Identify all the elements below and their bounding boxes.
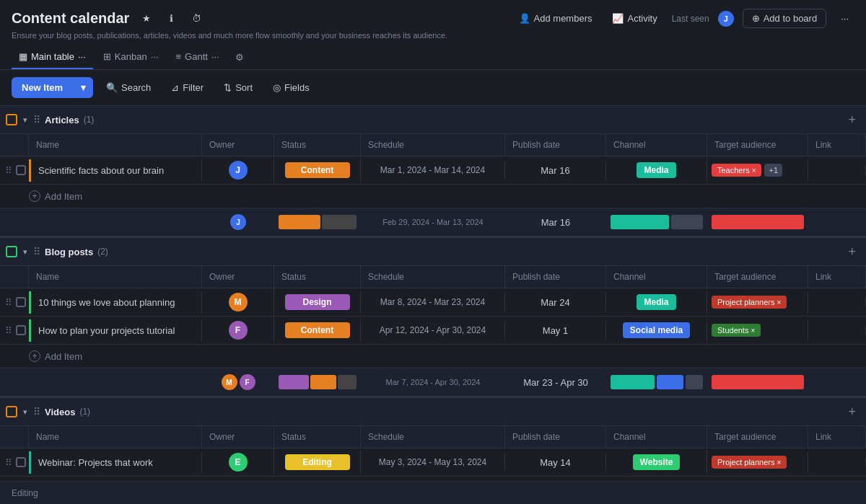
row-link[interactable] [808,458,866,467]
add-item-row[interactable]: + Add Item [0,185,866,208]
settings-button[interactable]: ⚙ [229,46,250,68]
add-item-row[interactable]: + Add Item [0,345,866,368]
row-channel[interactable]: Media [606,290,707,314]
group-add-button[interactable]: + [844,243,860,261]
new-item-button[interactable]: New Item ▾ [12,77,93,98]
add-item-label: Add Item [45,191,82,202]
col-publish: Publish date [505,266,606,288]
group-add-button[interactable]: + [844,111,860,129]
row-item-name[interactable]: Webinar: Projects that work [29,451,202,474]
row-status[interactable]: Design [274,290,361,314]
tab-more-icon[interactable]: ··· [151,51,159,62]
remove-tag-icon[interactable]: × [751,327,755,335]
status-badge: Content [285,322,350,338]
sort-button[interactable]: ⇅ Sort [216,78,260,97]
add-members-button[interactable]: 👤 Add members [513,10,598,27]
audience-tag[interactable]: Project planners × [712,456,787,469]
row-checkbox[interactable] [16,165,26,175]
tab-more-icon[interactable]: ··· [78,51,86,62]
row-status[interactable]: Content [274,318,361,342]
remove-tag-icon[interactable]: × [752,167,756,174]
status-badge: Content [285,162,350,178]
activity-button[interactable]: 📈 Activity [606,10,662,27]
tab-more-icon[interactable]: ··· [211,51,219,62]
group-checkbox[interactable] [6,246,17,257]
row-checkbox-area: ⠿ [0,161,29,180]
channel-badge: Media [637,294,675,310]
row-schedule: Mar 1, 2024 - Mar 14, 2024 [361,161,505,180]
table-icon: ▦ [19,51,27,62]
remove-tag-icon[interactable]: × [777,299,782,306]
row-channel[interactable]: Social media [606,318,707,342]
row-owner: F [202,317,274,344]
audience-tag[interactable]: Project planners × [712,296,787,309]
row-checkbox[interactable] [16,457,26,467]
row-checkbox-area: ⠿ [0,321,29,340]
header: Content calendar ★ ℹ ⏱ 👤 Add members 📈 A… [0,0,866,70]
row-drag-handle: ⠿ [4,165,14,176]
dropdown-arrow-icon[interactable]: ▾ [74,77,93,98]
star-button[interactable]: ★ [136,10,157,27]
group-expand-button[interactable]: ▾ [20,406,30,418]
col-status: Status [274,266,361,288]
summary-avatar: M [222,374,237,390]
tab-kanban[interactable]: ⊞ Kanban ··· [96,45,166,69]
row-item-name[interactable]: How to plan your projects tutorial [29,319,202,342]
summary-status [274,211,361,234]
row-link[interactable] [808,166,866,174]
add-members-icon: 👤 [519,13,530,24]
info-button[interactable]: ℹ [164,10,179,27]
group-expand-button[interactable]: ▾ [20,114,30,126]
summary-row-blog: M F Mar 7, 2024 - Apr 30, 2024 Mar 23 - … [0,368,866,397]
summary-audience [707,371,808,394]
group-checkbox[interactable] [6,406,17,417]
summary-row-articles: J Feb 29, 2024 - Mar 13, 2024 Mar 16 ··· [0,208,866,237]
col-channel: Channel [606,426,707,448]
group-count: (1) [79,407,90,417]
col-schedule: Schedule [361,266,505,288]
summary-channels [606,211,707,234]
owner-avatar[interactable]: E [229,453,248,472]
filter-button[interactable]: ⊿ Filter [164,78,211,97]
owner-avatar[interactable]: J [229,161,248,180]
search-button[interactable]: 🔍 Search [99,78,158,97]
col-check [0,426,29,448]
row-checkbox-area: ⠿ [0,293,29,312]
col-publish: Publish date [505,134,606,156]
row-item-name[interactable]: 10 things we love about planning [29,291,202,314]
row-channel[interactable]: Media [606,158,707,182]
row-checkbox[interactable] [16,297,26,307]
tab-main-table[interactable]: ▦ Main table ··· [12,45,93,69]
remove-tag-icon[interactable]: × [777,459,782,467]
tab-gantt[interactable]: ≡ Gantt ··· [169,45,227,69]
row-status[interactable]: Editing [274,450,361,474]
more-options-button[interactable]: ··· [835,10,854,27]
row-schedule: Mar 8, 2024 - Mar 23, 2024 [361,293,505,311]
tabs-container: ▦ Main table ··· ⊞ Kanban ··· ≡ Gantt ··… [12,45,854,69]
group-add-button[interactable]: + [844,403,860,421]
owner-avatar[interactable]: F [229,321,248,340]
group-label: Videos [45,407,75,417]
audience-tag[interactable]: Teachers × [712,164,761,177]
col-link: Link [808,426,866,448]
add-to-board-button[interactable]: ⊕ Add to board [743,9,826,28]
row-checkbox[interactable] [16,325,26,335]
channel-badge: Social media [623,322,690,338]
row-link[interactable] [808,326,866,335]
fields-icon: ◎ [273,82,281,93]
audience-tag[interactable]: Students × [712,324,761,337]
summary-publish: Mar 23 - Apr 30 [505,373,606,392]
clock-button[interactable]: ⏱ [186,10,207,27]
owner-avatar[interactable]: M [229,293,248,311]
group-checkbox[interactable] [6,114,17,125]
group-expand-button[interactable]: ▾ [20,246,30,258]
col-schedule: Schedule [361,426,505,448]
fields-button[interactable]: ◎ Fields [266,78,317,97]
header-actions: 👤 Add members 📈 Activity Last seen J ⊕ A… [513,9,854,28]
row-status[interactable]: Content [274,158,361,182]
row-item-name[interactable]: Scientific facts about our brain [29,159,202,182]
add-icon: + [29,190,40,202]
row-link[interactable] [808,298,866,306]
audience-count[interactable]: +1 [764,164,782,177]
row-channel[interactable]: Website [606,450,707,474]
